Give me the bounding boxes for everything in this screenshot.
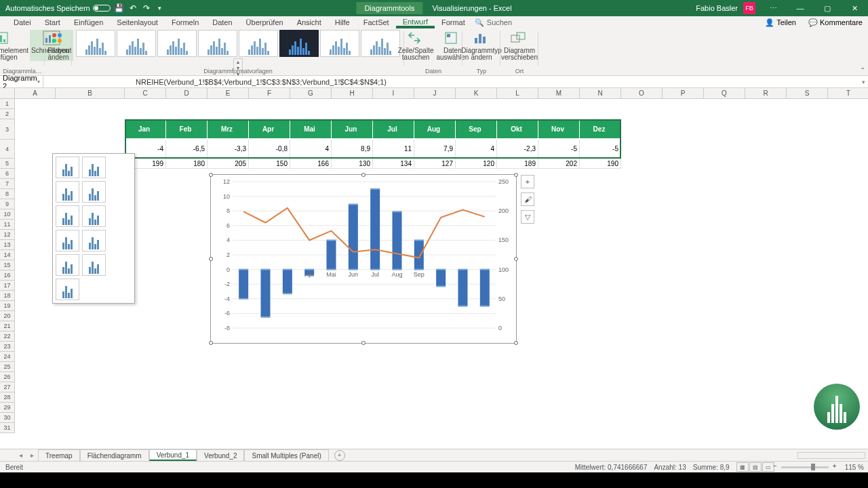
menu-tab-ansicht[interactable]: Ansicht [290,16,328,28]
row-header-9[interactable]: 9 [0,199,15,209]
col-header-B[interactable]: B [56,88,125,99]
cell-L4[interactable]: -2,3 [497,140,538,159]
sheet-tab-verbund-2[interactable]: Verbund_2 [197,449,244,461]
col-header-S[interactable]: S [787,88,828,99]
cell-F5[interactable]: 150 [249,159,290,169]
menu-tab-einfügen[interactable]: Einfügen [67,16,110,28]
change-chart-type-button[interactable]: Diagrammtyp ändern [460,30,502,61]
cell-J3[interactable]: Aug [414,119,456,140]
cell-F4[interactable]: -0,8 [249,140,290,159]
menu-tab-daten[interactable]: Daten [205,16,239,28]
col-header-P[interactable]: P [663,88,704,99]
comments-button[interactable]: 💬 Kommentare [808,18,863,27]
zoom-level[interactable]: 115 % [845,464,864,471]
row-header-5[interactable]: 5 [0,159,15,169]
undo-icon[interactable]: ↶ [128,3,138,13]
cell-G5[interactable]: 166 [290,159,332,169]
zoom-slider[interactable] [781,466,829,468]
quick-layout-option-4[interactable] [82,181,106,203]
col-header-C[interactable]: C [125,88,166,99]
col-header-M[interactable]: M [538,88,580,99]
menu-tab-start[interactable]: Start [38,16,67,28]
sheet-tab-fl-chendiagramm[interactable]: Flächendiagramm [80,449,149,461]
row-header-25[interactable]: 25 [0,362,15,372]
col-header-K[interactable]: K [456,88,497,99]
chart-style-6[interactable] [279,30,319,57]
cell-D5[interactable]: 180 [166,159,208,169]
cell-E3[interactable]: Mrz [208,119,249,140]
cell-M3[interactable]: Nov [538,119,580,140]
cell-C3[interactable]: Jan [125,119,166,140]
col-header-R[interactable]: R [745,88,787,99]
col-header-Q[interactable]: Q [704,88,745,99]
row-header-3[interactable]: 3 [0,119,15,140]
cell-K5[interactable]: 120 [456,159,497,169]
col-header-D[interactable]: D [166,88,208,99]
save-icon[interactable]: 💾 [115,3,124,13]
sheet-tab-verbund-1[interactable]: Verbund_1 [149,449,197,461]
formula-expand-icon[interactable]: ▾ [862,79,865,85]
cell-H5[interactable]: 130 [332,159,373,169]
chart-brush-icon[interactable]: 🖌 [521,192,534,206]
menu-tab-datei[interactable]: Datei [7,16,38,28]
chart-style-8[interactable] [361,30,400,57]
row-header-24[interactable]: 24 [0,352,15,362]
worksheet[interactable]: ABCDEFGHIJKLMNOPQRST 1234567891011121314… [0,88,868,449]
chart-filter-icon[interactable]: ▽ [521,210,534,224]
quick-layout-option-10[interactable] [82,254,106,276]
row-header-1[interactable]: 1 [0,99,15,109]
collapse-ribbon-icon[interactable]: ⌃ [860,66,865,74]
quick-layout-option-9[interactable] [56,254,79,276]
cell-L5[interactable]: 189 [497,159,538,169]
menu-tab-entwurf[interactable]: Entwurf [396,16,435,28]
chart-style-4[interactable] [198,30,237,57]
cell-F3[interactable]: Apr [249,119,290,140]
cell-N3[interactable]: Dez [580,119,621,140]
cell-G4[interactable]: 4 [290,140,332,159]
chart-style-7[interactable] [320,30,359,57]
user-name[interactable]: Fabio Basler [690,4,743,12]
quick-layout-option-5[interactable] [56,205,79,227]
row-header-16[interactable]: 16 [0,270,15,281]
quick-layout-option-11[interactable] [56,279,79,300]
row-header-22[interactable]: 22 [0,331,15,342]
cell-E4[interactable]: -3,3 [208,140,249,159]
row-header-4[interactable]: 4 [0,140,15,159]
chart-style-2[interactable] [117,30,156,57]
search-box[interactable]: 🔍 Suchen [475,18,512,27]
share-button[interactable]: 👤 Teilen [765,18,796,27]
tab-nav-prev-icon[interactable]: ◂ [15,451,26,459]
quick-layout-option-6[interactable] [82,205,106,227]
row-header-13[interactable]: 13 [0,240,15,250]
row-header-31[interactable]: 31 [0,423,15,433]
menu-tab-hilfe[interactable]: Hilfe [328,16,357,28]
row-header-26[interactable]: 26 [0,372,15,382]
col-header-I[interactable]: I [373,88,414,99]
quick-layout-option-3[interactable] [56,181,79,203]
row-header-8[interactable]: 8 [0,189,15,199]
chart-style-5[interactable] [239,30,278,57]
close-icon[interactable]: ✕ [841,0,868,16]
row-header-2[interactable]: 2 [0,109,15,119]
cell-E5[interactable]: 205 [208,159,249,169]
chart-tools-tab[interactable]: Diagrammtools [356,2,422,14]
cell-N5[interactable]: 190 [580,159,621,169]
add-chart-element-button[interactable]: Diagrammelement hinzufügen [0,30,30,61]
view-normal-icon[interactable]: ▦ [736,462,749,472]
row-header-11[interactable]: 11 [0,220,15,230]
view-pagelayout-icon[interactable]: ▤ [749,462,762,472]
row-header-10[interactable]: 10 [0,209,15,220]
chart-style-3[interactable] [157,30,197,57]
quick-layout-option-8[interactable] [82,230,106,251]
autosave-toggle[interactable]: Automatisches Speichern [5,4,111,12]
cell-G3[interactable]: Mai [290,119,332,140]
sheet-tab-small-multiples--panel-[interactable]: Small Multiples (Panel) [244,449,328,461]
maximize-icon[interactable]: ▢ [814,0,841,16]
menu-tab-seitenlayout[interactable]: Seitenlayout [110,16,165,28]
menu-tab-formeln[interactable]: Formeln [165,16,205,28]
chart-plus-icon[interactable]: + [521,175,534,188]
cell-I5[interactable]: 134 [373,159,414,169]
quick-layout-option-1[interactable] [56,157,79,178]
cell-H4[interactable]: 8,9 [332,140,373,159]
cell-M5[interactable]: 202 [538,159,580,169]
